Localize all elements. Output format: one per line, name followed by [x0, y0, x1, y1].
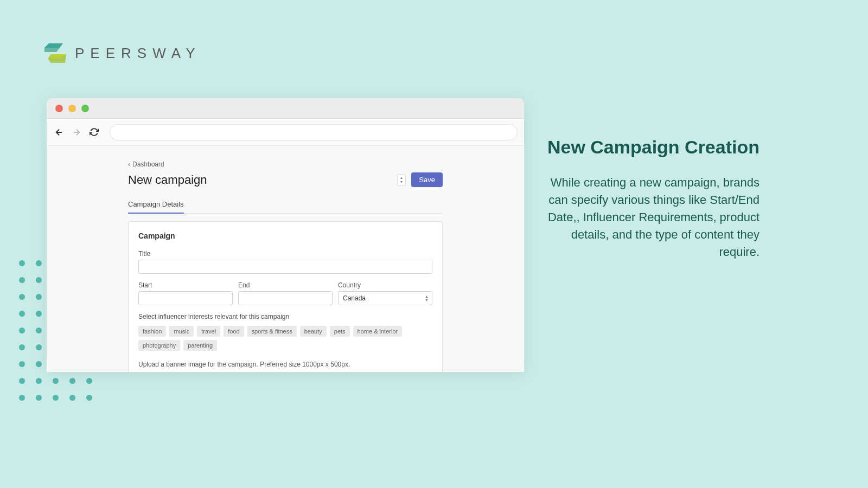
country-value: Canada [338, 291, 432, 305]
interest-chip[interactable]: parenting [183, 340, 217, 351]
chevron-down-icon: ▾ [400, 180, 403, 184]
marketing-title: New Campaign Creation [542, 137, 760, 158]
marketing-copy: New Campaign Creation While creating a n… [542, 137, 760, 260]
tab-campaign-details[interactable]: Campaign Details [128, 196, 184, 214]
page-stepper[interactable]: ▴ ▾ [397, 174, 406, 186]
interest-chip[interactable]: pets [330, 326, 350, 337]
interest-chip[interactable]: food [224, 326, 244, 337]
country-label: Country [338, 281, 432, 289]
interest-chip[interactable]: sports & fitness [247, 326, 297, 337]
tab-row: Campaign Details [128, 196, 443, 214]
page-content: ‹ Dashboard New campaign ▴ ▾ Save Campai… [47, 146, 524, 372]
chevron-left-icon: ‹ [128, 160, 130, 168]
save-button[interactable]: Save [411, 172, 443, 187]
interests-label: Select influencer interests relevant for… [138, 313, 432, 320]
title-label: Title [138, 250, 432, 258]
page-title: New campaign [128, 173, 207, 187]
window-titlebar [47, 98, 524, 119]
interest-chip[interactable]: travel [197, 326, 220, 337]
url-bar[interactable] [110, 124, 518, 140]
marketing-body: While creating a new campaign, brands ca… [542, 174, 760, 260]
minimize-window-icon[interactable] [68, 105, 76, 112]
interest-chip[interactable]: photography [138, 340, 180, 351]
browser-toolbar [47, 119, 524, 146]
svg-marker-1 [44, 43, 63, 48]
end-input[interactable] [238, 291, 333, 305]
country-select[interactable]: Canada ▴▾ [338, 291, 432, 305]
forward-button[interactable] [71, 126, 82, 138]
reload-button[interactable] [88, 126, 100, 138]
brand-logo-mark [43, 42, 67, 64]
banner-label: Upload a banner image for the campaign. … [138, 361, 432, 368]
start-input[interactable] [138, 291, 233, 305]
brand-logo-text: PEERSWAY [75, 45, 201, 62]
end-label: End [238, 281, 333, 289]
maximize-window-icon[interactable] [81, 105, 89, 112]
start-label: Start [138, 281, 233, 289]
close-window-icon[interactable] [55, 105, 63, 112]
interest-chip[interactable]: beauty [300, 326, 327, 337]
browser-window: ‹ Dashboard New campaign ▴ ▾ Save Campai… [47, 98, 524, 372]
interest-chip[interactable]: fashion [138, 326, 166, 337]
campaign-card: Campaign Title Start End Country Canada [128, 221, 443, 372]
svg-marker-0 [44, 48, 60, 52]
breadcrumb[interactable]: ‹ Dashboard [128, 160, 164, 168]
interest-chip[interactable]: home & interior [353, 326, 403, 337]
interest-chip[interactable]: music [169, 326, 194, 337]
interest-chip-row: fashion music travel food sports & fitne… [138, 326, 432, 351]
select-caret-icon: ▴▾ [425, 295, 428, 301]
brand-logo: PEERSWAY [43, 42, 201, 64]
section-title: Campaign [138, 232, 432, 240]
back-button[interactable] [53, 126, 65, 138]
title-input[interactable] [138, 260, 432, 274]
breadcrumb-label: Dashboard [132, 160, 164, 168]
